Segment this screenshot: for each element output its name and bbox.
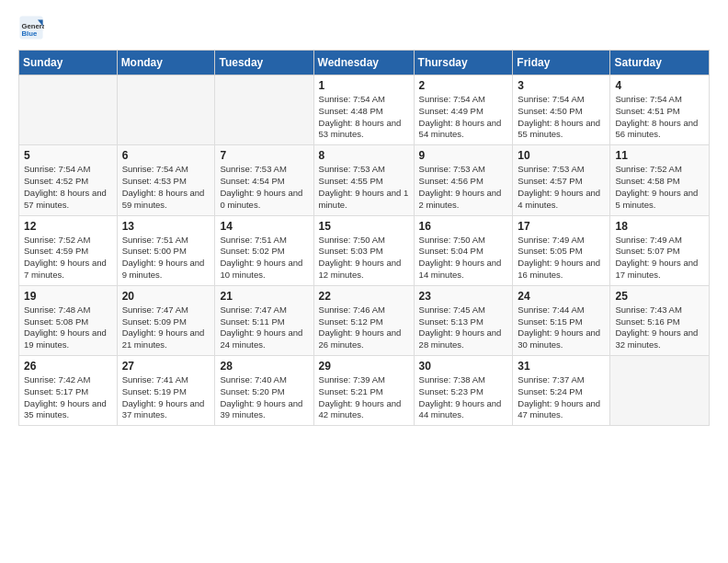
cell-info: Sunrise: 7:52 AMSunset: 4:58 PMDaylight:…: [615, 164, 704, 211]
calendar-cell: 24Sunrise: 7:44 AMSunset: 5:15 PMDayligh…: [513, 285, 610, 355]
cell-info: Sunrise: 7:45 AMSunset: 5:13 PMDaylight:…: [419, 304, 508, 351]
day-number: 23: [419, 290, 508, 303]
day-number: 24: [518, 290, 605, 303]
day-number: 7: [220, 149, 308, 162]
cell-info: Sunrise: 7:47 AMSunset: 5:11 PMDaylight:…: [220, 304, 308, 351]
calendar-cell: 10Sunrise: 7:53 AMSunset: 4:57 PMDayligh…: [513, 145, 610, 215]
cell-info: Sunrise: 7:38 AMSunset: 5:23 PMDaylight:…: [419, 374, 508, 421]
day-number: 12: [24, 220, 112, 233]
weekday-header-row: SundayMondayTuesdayWednesdayThursdayFrid…: [19, 51, 710, 75]
weekday-header-tuesday: Tuesday: [215, 51, 313, 75]
weekday-header-saturday: Saturday: [610, 51, 710, 75]
cell-info: Sunrise: 7:44 AMSunset: 5:15 PMDaylight:…: [518, 304, 605, 351]
calendar-cell: 13Sunrise: 7:51 AMSunset: 5:00 PMDayligh…: [117, 215, 215, 285]
calendar-cell: 9Sunrise: 7:53 AMSunset: 4:56 PMDaylight…: [414, 145, 513, 215]
svg-text:Blue: Blue: [22, 29, 38, 38]
day-number: 28: [220, 360, 308, 373]
calendar-cell: 25Sunrise: 7:43 AMSunset: 5:16 PMDayligh…: [610, 285, 710, 355]
calendar-week-row: 12Sunrise: 7:52 AMSunset: 4:59 PMDayligh…: [19, 215, 710, 285]
calendar-cell: 4Sunrise: 7:54 AMSunset: 4:51 PMDaylight…: [610, 75, 710, 145]
calendar-cell: 21Sunrise: 7:47 AMSunset: 5:11 PMDayligh…: [215, 285, 313, 355]
day-number: 13: [122, 220, 210, 233]
weekday-header-thursday: Thursday: [414, 51, 513, 75]
day-number: 3: [518, 79, 605, 92]
day-number: 26: [24, 360, 112, 373]
cell-info: Sunrise: 7:54 AMSunset: 4:49 PMDaylight:…: [419, 94, 508, 141]
weekday-header-wednesday: Wednesday: [313, 51, 414, 75]
calendar-cell: 15Sunrise: 7:50 AMSunset: 5:03 PMDayligh…: [313, 215, 414, 285]
day-number: 4: [615, 79, 704, 92]
weekday-header-monday: Monday: [117, 51, 215, 75]
cell-info: Sunrise: 7:47 AMSunset: 5:09 PMDaylight:…: [122, 304, 210, 351]
cell-info: Sunrise: 7:50 AMSunset: 5:04 PMDaylight:…: [419, 235, 508, 282]
day-number: 10: [518, 149, 605, 162]
cell-info: Sunrise: 7:40 AMSunset: 5:20 PMDaylight:…: [220, 374, 308, 421]
day-number: 14: [220, 220, 308, 233]
cell-info: Sunrise: 7:48 AMSunset: 5:08 PMDaylight:…: [24, 304, 112, 351]
calendar-week-row: 5Sunrise: 7:54 AMSunset: 4:52 PMDaylight…: [19, 145, 710, 215]
cell-info: Sunrise: 7:54 AMSunset: 4:53 PMDaylight:…: [122, 164, 210, 211]
day-number: 2: [419, 79, 508, 92]
cell-info: Sunrise: 7:53 AMSunset: 4:55 PMDaylight:…: [319, 164, 409, 211]
calendar-cell: 19Sunrise: 7:48 AMSunset: 5:08 PMDayligh…: [19, 285, 118, 355]
calendar-cell: 20Sunrise: 7:47 AMSunset: 5:09 PMDayligh…: [117, 285, 215, 355]
day-number: 31: [518, 360, 605, 373]
day-number: 11: [615, 149, 704, 162]
cell-info: Sunrise: 7:53 AMSunset: 4:57 PMDaylight:…: [518, 164, 605, 211]
day-number: 19: [24, 290, 112, 303]
cell-info: Sunrise: 7:54 AMSunset: 4:52 PMDaylight:…: [24, 164, 112, 211]
cell-info: Sunrise: 7:52 AMSunset: 4:59 PMDaylight:…: [24, 235, 112, 282]
calendar-cell: 2Sunrise: 7:54 AMSunset: 4:49 PMDaylight…: [414, 75, 513, 145]
cell-info: Sunrise: 7:43 AMSunset: 5:16 PMDaylight:…: [615, 304, 704, 351]
calendar-cell: [19, 75, 118, 145]
calendar-week-row: 19Sunrise: 7:48 AMSunset: 5:08 PMDayligh…: [19, 285, 710, 355]
cell-info: Sunrise: 7:53 AMSunset: 4:54 PMDaylight:…: [220, 164, 308, 211]
calendar-cell: 16Sunrise: 7:50 AMSunset: 5:04 PMDayligh…: [414, 215, 513, 285]
day-number: 25: [615, 290, 704, 303]
day-number: 9: [419, 149, 508, 162]
day-number: 17: [518, 220, 605, 233]
day-number: 1: [319, 79, 409, 92]
cell-info: Sunrise: 7:50 AMSunset: 5:03 PMDaylight:…: [319, 235, 409, 282]
calendar-cell: 26Sunrise: 7:42 AMSunset: 5:17 PMDayligh…: [19, 356, 118, 426]
calendar-cell: 17Sunrise: 7:49 AMSunset: 5:05 PMDayligh…: [513, 215, 610, 285]
cell-info: Sunrise: 7:46 AMSunset: 5:12 PMDaylight:…: [319, 304, 409, 351]
calendar-cell: 28Sunrise: 7:40 AMSunset: 5:20 PMDayligh…: [215, 356, 313, 426]
day-number: 22: [319, 290, 409, 303]
calendar-week-row: 26Sunrise: 7:42 AMSunset: 5:17 PMDayligh…: [19, 356, 710, 426]
calendar-week-row: 1Sunrise: 7:54 AMSunset: 4:48 PMDaylight…: [19, 75, 710, 145]
calendar-cell: 6Sunrise: 7:54 AMSunset: 4:53 PMDaylight…: [117, 145, 215, 215]
cell-info: Sunrise: 7:49 AMSunset: 5:07 PMDaylight:…: [615, 235, 704, 282]
calendar-cell: [117, 75, 215, 145]
weekday-header-sunday: Sunday: [19, 51, 118, 75]
calendar-cell: 18Sunrise: 7:49 AMSunset: 5:07 PMDayligh…: [610, 215, 710, 285]
day-number: 15: [319, 220, 409, 233]
day-number: 18: [615, 220, 704, 233]
calendar-cell: 11Sunrise: 7:52 AMSunset: 4:58 PMDayligh…: [610, 145, 710, 215]
cell-info: Sunrise: 7:51 AMSunset: 5:02 PMDaylight:…: [220, 235, 308, 282]
cell-info: Sunrise: 7:49 AMSunset: 5:05 PMDaylight:…: [518, 235, 605, 282]
day-number: 8: [319, 149, 409, 162]
day-number: 29: [319, 360, 409, 373]
page: General Blue SundayMondayTuesdayWednesda…: [0, 0, 728, 441]
cell-info: Sunrise: 7:51 AMSunset: 5:00 PMDaylight:…: [122, 235, 210, 282]
calendar-cell: 5Sunrise: 7:54 AMSunset: 4:52 PMDaylight…: [19, 145, 118, 215]
cell-info: Sunrise: 7:53 AMSunset: 4:56 PMDaylight:…: [419, 164, 508, 211]
cell-info: Sunrise: 7:54 AMSunset: 4:50 PMDaylight:…: [518, 94, 605, 141]
calendar-table: SundayMondayTuesdayWednesdayThursdayFrid…: [18, 50, 710, 426]
day-number: 16: [419, 220, 508, 233]
day-number: 30: [419, 360, 508, 373]
calendar-cell: 29Sunrise: 7:39 AMSunset: 5:21 PMDayligh…: [313, 356, 414, 426]
cell-info: Sunrise: 7:41 AMSunset: 5:19 PMDaylight:…: [122, 374, 210, 421]
calendar-cell: 3Sunrise: 7:54 AMSunset: 4:50 PMDaylight…: [513, 75, 610, 145]
day-number: 20: [122, 290, 210, 303]
cell-info: Sunrise: 7:54 AMSunset: 4:51 PMDaylight:…: [615, 94, 704, 141]
calendar-cell: [215, 75, 313, 145]
calendar-cell: 23Sunrise: 7:45 AMSunset: 5:13 PMDayligh…: [414, 285, 513, 355]
header: General Blue: [18, 15, 710, 40]
calendar-cell: 30Sunrise: 7:38 AMSunset: 5:23 PMDayligh…: [414, 356, 513, 426]
logo: General Blue: [18, 15, 48, 40]
cell-info: Sunrise: 7:54 AMSunset: 4:48 PMDaylight:…: [319, 94, 409, 141]
day-number: 21: [220, 290, 308, 303]
calendar-cell: [610, 356, 710, 426]
